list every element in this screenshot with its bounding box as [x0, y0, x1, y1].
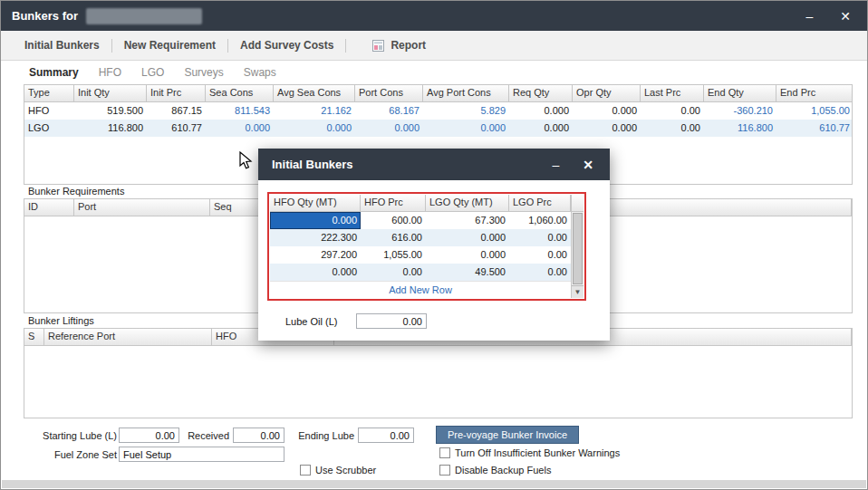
toolbar-report-label: Report	[389, 39, 428, 52]
cell[interactable]: 0.000	[509, 102, 573, 120]
dialog-close-icon[interactable]: ✕	[583, 159, 593, 171]
column-header[interactable]: Init Qty	[74, 85, 147, 101]
cell[interactable]: 0.000	[274, 120, 355, 137]
table-row[interactable]: 222.300616.000.0000.00	[270, 229, 571, 246]
minimize-icon[interactable]: –	[805, 10, 813, 23]
toolbar-report[interactable]: Report	[372, 39, 428, 52]
scroll-down-icon[interactable]: ▼	[572, 285, 583, 298]
column-header[interactable]: Opr Qty	[573, 85, 641, 101]
toolbar-add-survey-costs[interactable]: Add Survey Costs	[231, 39, 342, 52]
lube-oil-input[interactable]	[356, 313, 427, 329]
column-header[interactable]: Port	[74, 199, 210, 216]
cell[interactable]: 5.829	[423, 102, 509, 120]
initial-bunkers-dialog: Initial Bunkers – ✕ HFO Qty (MT)HFO PrcL…	[258, 149, 610, 341]
received-input[interactable]	[233, 428, 285, 443]
dialog-body: HFO Qty (MT)HFO PrcLGO Qty (MT)LGO Prc0.…	[258, 180, 610, 341]
cell[interactable]: 0.000	[270, 264, 361, 281]
scrollbar-header-cap	[572, 195, 583, 212]
add-new-row-link[interactable]: Add New Row	[270, 281, 571, 298]
table-header-row: TypeInit QtyInit PrcSea ConsAvg Sea Cons…	[24, 85, 852, 102]
toolbar-new-requirement[interactable]: New Requirement	[115, 39, 225, 52]
cell[interactable]: 0.000	[573, 102, 641, 120]
cell[interactable]: 222.300	[270, 229, 361, 246]
cell[interactable]: 0.000	[573, 120, 641, 137]
starting-lube-input[interactable]	[119, 428, 179, 443]
table-row[interactable]: 297.2001,055.000.0000.00	[270, 246, 571, 264]
cell[interactable]: 610.77	[776, 120, 853, 137]
cell[interactable]: 519.500	[74, 102, 147, 120]
column-header[interactable]: Port Cons	[355, 85, 423, 101]
column-header[interactable]: Type	[24, 85, 74, 101]
cell[interactable]: 0.00	[509, 229, 571, 246]
dialog-minimize-icon[interactable]: –	[552, 159, 559, 171]
cell[interactable]: 0.00	[509, 264, 571, 281]
column-header[interactable]: Init Prc	[147, 85, 206, 101]
tab-surveys[interactable]: Surveys	[174, 66, 233, 79]
column-header[interactable]: Last Prc	[641, 85, 704, 101]
cell[interactable]: 867.15	[147, 102, 206, 120]
disable-backup-fuels-checkbox[interactable]: Disable Backup Fuels	[439, 465, 551, 476]
table-row[interactable]: LGO116.800610.770.0000.0000.0000.0000.00…	[24, 120, 852, 137]
cell[interactable]: 0.00	[361, 264, 426, 281]
column-header[interactable]: Reference Port	[44, 329, 212, 345]
turn-off-warnings-checkbox[interactable]: Turn Off Insufficient Bunker Warnings	[439, 447, 620, 458]
cell[interactable]: 0.000	[355, 120, 423, 137]
cell[interactable]: 0.000	[426, 229, 509, 246]
cell[interactable]: -360.210	[704, 102, 776, 120]
cell[interactable]: 0.000	[426, 246, 509, 264]
column-header[interactable]: HFO Prc	[361, 195, 426, 211]
column-header[interactable]: Sea Cons	[206, 85, 274, 101]
use-scrubber-label: Use Scrubber	[315, 465, 376, 476]
cell[interactable]: 49.500	[426, 264, 509, 281]
cell[interactable]: 0.00	[641, 120, 704, 137]
column-header[interactable]: LGO Prc	[509, 195, 571, 211]
close-icon[interactable]: ✕	[840, 10, 851, 23]
cell[interactable]: 21.162	[274, 102, 355, 120]
column-header[interactable]: Avg Port Cons	[423, 85, 509, 101]
cell[interactable]: 297.200	[270, 246, 361, 264]
cell[interactable]: 1,060.00	[509, 212, 571, 229]
cell[interactable]: 67.300	[426, 212, 509, 229]
cell[interactable]: 0.00	[641, 102, 704, 120]
column-header[interactable]: End Prc	[776, 85, 853, 101]
column-header[interactable]: End Qty	[704, 85, 776, 101]
cell[interactable]: 116.800	[704, 120, 776, 137]
cell[interactable]: 0.000	[509, 120, 573, 137]
toolbar-initial-bunkers[interactable]: Initial Bunkers	[15, 39, 109, 52]
cell[interactable]: 811.543	[206, 102, 274, 120]
cell[interactable]: 0.000	[270, 212, 361, 229]
ending-lube-input[interactable]	[358, 428, 414, 443]
scrollbar[interactable]: ▼	[571, 195, 583, 298]
cell[interactable]: 610.77	[147, 120, 206, 137]
fuel-zone-set-input[interactable]	[119, 447, 285, 462]
column-header[interactable]: HFO Qty (MT)	[270, 195, 361, 211]
cell[interactable]: 0.000	[423, 120, 509, 137]
cell[interactable]: 600.00	[361, 212, 426, 229]
cell[interactable]: 0.00	[509, 246, 571, 264]
cell[interactable]: 1,055.00	[776, 102, 853, 120]
tab-summary[interactable]: Summary	[19, 66, 89, 79]
column-header[interactable]: Seq	[210, 199, 260, 216]
column-header[interactable]: Req Qty	[509, 85, 573, 101]
tab-lgo[interactable]: LGO	[131, 66, 174, 79]
pre-voyage-bunker-invoice-button[interactable]: Pre-voyage Bunker Invoice	[436, 426, 579, 444]
column-header[interactable]: S	[24, 329, 44, 345]
cell[interactable]: 616.00	[361, 229, 426, 246]
column-header[interactable]: Avg Sea Cons	[274, 85, 355, 101]
scrollbar-thumb[interactable]	[573, 213, 583, 284]
table-row[interactable]: 0.000600.0067.3001,060.00	[270, 212, 571, 229]
cell[interactable]: 0.000	[206, 120, 274, 137]
column-header[interactable]: LGO Qty (MT)	[426, 195, 509, 211]
column-header[interactable]: ID	[24, 199, 74, 216]
tab-swaps[interactable]: Swaps	[234, 66, 286, 79]
cell[interactable]: 116.800	[74, 120, 147, 137]
cell[interactable]: 1,055.00	[361, 246, 426, 264]
cell[interactable]: 68.167	[355, 102, 423, 120]
redacted-vessel-name	[86, 8, 202, 24]
cell[interactable]: LGO	[24, 120, 74, 137]
table-row[interactable]: HFO519.500867.15811.54321.16268.1675.829…	[24, 102, 852, 120]
cell[interactable]: HFO	[24, 102, 74, 120]
use-scrubber-checkbox[interactable]: Use Scrubber	[300, 465, 376, 476]
tab-hfo[interactable]: HFO	[89, 66, 131, 79]
table-row[interactable]: 0.0000.0049.5000.00	[270, 264, 571, 281]
